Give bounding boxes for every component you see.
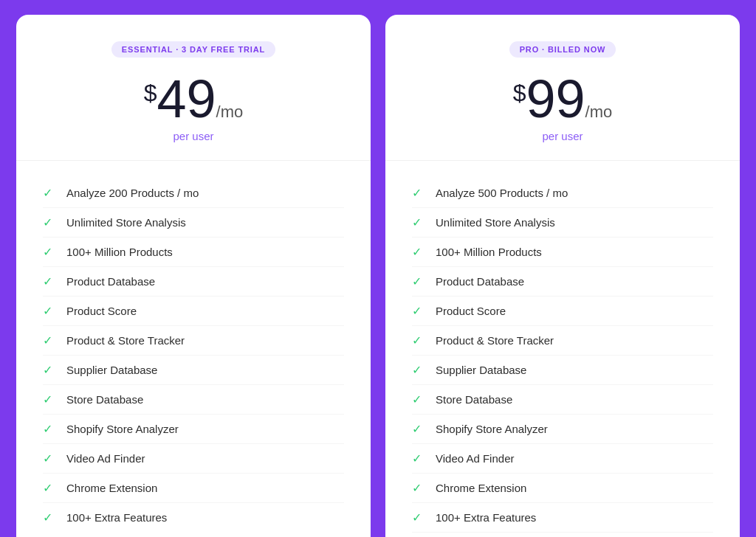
essential-badge: ESSENTIAL · 3 DAY FREE TRIAL xyxy=(111,41,275,58)
feature-text: Shopify Store Analyzer xyxy=(436,423,548,435)
check-icon: ✓ xyxy=(43,422,56,436)
list-item: ✓Unlimited Store Analysis xyxy=(43,208,344,238)
feature-text: Analyze 500 Products / mo xyxy=(436,187,568,199)
list-item: ✓100+ Million Products xyxy=(412,238,713,267)
list-item: ✓Product & Store Tracker xyxy=(412,326,713,356)
feature-text: Analyze 200 Products / mo xyxy=(66,187,199,199)
list-item: ✓Product Score xyxy=(43,297,344,326)
feature-text: Shopify Store Analyzer xyxy=(66,423,179,435)
list-item: ✓Video Ad Finder xyxy=(43,444,344,474)
pricing-wrapper: ESSENTIAL · 3 DAY FREE TRIAL$49/moper us… xyxy=(12,15,744,537)
pro-price: $99/mo xyxy=(412,72,713,125)
pro-badge: PRO · BILLED NOW xyxy=(509,41,616,58)
feature-text: Chrome Extension xyxy=(66,482,157,494)
check-icon: ✓ xyxy=(43,274,56,288)
feature-text: Chrome Extension xyxy=(436,482,526,494)
feature-text: Video Ad Finder xyxy=(436,452,514,465)
essential-price-number: 49 xyxy=(157,69,216,128)
check-icon: ✓ xyxy=(412,481,425,495)
list-item: ✓Product Score xyxy=(412,297,713,326)
feature-text: Store Database xyxy=(436,393,512,406)
pro-currency: $ xyxy=(513,81,526,105)
pro-per-user: per user xyxy=(412,130,713,142)
pro-price-amount: $99/mo xyxy=(412,72,713,125)
check-icon: ✓ xyxy=(412,451,425,465)
feature-text: Store Database xyxy=(66,393,143,406)
check-icon: ✓ xyxy=(412,422,425,436)
feature-text: Product Database xyxy=(436,275,524,288)
feature-text: Supplier Database xyxy=(436,364,526,376)
check-icon: ✓ xyxy=(43,363,56,377)
feature-text: 100+ Million Products xyxy=(66,246,173,258)
pricing-card-essential: ESSENTIAL · 3 DAY FREE TRIAL$49/moper us… xyxy=(16,15,371,537)
check-icon: ✓ xyxy=(43,245,56,259)
pro-period: /mo xyxy=(585,103,613,121)
list-item: ✓Analyze 500 Products / mo xyxy=(412,179,713,208)
check-icon: ✓ xyxy=(43,333,56,347)
list-item: ✓Chrome Extension xyxy=(412,474,713,503)
check-icon: ✓ xyxy=(43,186,56,200)
check-icon: ✓ xyxy=(43,481,56,495)
list-item: ✓100+ Extra Features xyxy=(412,503,713,533)
list-item: ✓Analyze 200 Products / mo xyxy=(43,179,344,208)
check-icon: ✓ xyxy=(43,451,56,465)
feature-text: Unlimited Store Analysis xyxy=(436,216,555,229)
pro-feature-list: ✓Analyze 500 Products / mo✓Unlimited Sto… xyxy=(412,179,713,537)
list-item: ✓Store Review xyxy=(412,533,713,537)
list-item: ✓Shopify Store Analyzer xyxy=(412,415,713,444)
feature-text: Product Score xyxy=(66,305,137,317)
essential-divider xyxy=(16,160,371,161)
check-icon: ✓ xyxy=(412,333,425,347)
essential-price-amount: $49/mo xyxy=(43,72,344,125)
essential-period: /mo xyxy=(216,103,244,121)
list-item: ✓Video Ad Finder xyxy=(412,444,713,474)
list-item: ✓Store Database xyxy=(43,385,344,415)
list-item: ✓Product & Store Tracker xyxy=(43,326,344,356)
feature-text: 100+ Extra Features xyxy=(436,511,536,524)
list-item: ✓100+ Extra Features xyxy=(43,503,344,532)
check-icon: ✓ xyxy=(43,215,56,229)
feature-text: Product & Store Tracker xyxy=(436,334,554,347)
feature-text: 100+ Extra Features xyxy=(66,511,167,524)
check-icon: ✓ xyxy=(412,274,425,288)
check-icon: ✓ xyxy=(412,510,425,524)
list-item: ✓Supplier Database xyxy=(412,356,713,385)
check-icon: ✓ xyxy=(412,392,425,406)
check-icon: ✓ xyxy=(412,304,425,318)
pro-price-number: 99 xyxy=(526,69,585,128)
feature-text: Product & Store Tracker xyxy=(66,334,185,347)
essential-price: $49/mo xyxy=(43,72,344,125)
list-item: ✓Product Database xyxy=(412,267,713,297)
feature-text: Video Ad Finder xyxy=(66,452,145,465)
pro-divider xyxy=(385,160,740,161)
feature-text: Supplier Database xyxy=(66,364,157,376)
check-icon: ✓ xyxy=(412,363,425,377)
feature-text: Product Score xyxy=(436,305,506,317)
list-item: ✓100+ Million Products xyxy=(43,238,344,267)
check-icon: ✓ xyxy=(412,245,425,259)
essential-per-user: per user xyxy=(43,130,344,142)
list-item: ✓Store Database xyxy=(412,385,713,415)
check-icon: ✓ xyxy=(43,392,56,406)
check-icon: ✓ xyxy=(43,510,56,524)
list-item: ✓Shopify Store Analyzer xyxy=(43,415,344,444)
check-icon: ✓ xyxy=(412,186,425,200)
feature-text: 100+ Million Products xyxy=(436,246,542,258)
list-item: ✓Unlimited Store Analysis xyxy=(412,208,713,238)
check-icon: ✓ xyxy=(412,215,425,229)
essential-feature-list: ✓Analyze 200 Products / mo✓Unlimited Sto… xyxy=(43,179,344,537)
pricing-card-pro: PRO · BILLED NOW$99/moper user✓Analyze 5… xyxy=(385,15,740,537)
list-item: ✓Chrome Extension xyxy=(43,474,344,503)
check-icon: ✓ xyxy=(43,304,56,318)
list-item: ✓Supplier Database xyxy=(43,356,344,385)
feature-text: Unlimited Store Analysis xyxy=(66,216,186,229)
list-item: ✓Product Database xyxy=(43,267,344,297)
essential-currency: $ xyxy=(144,81,157,105)
feature-text: Product Database xyxy=(66,275,155,288)
